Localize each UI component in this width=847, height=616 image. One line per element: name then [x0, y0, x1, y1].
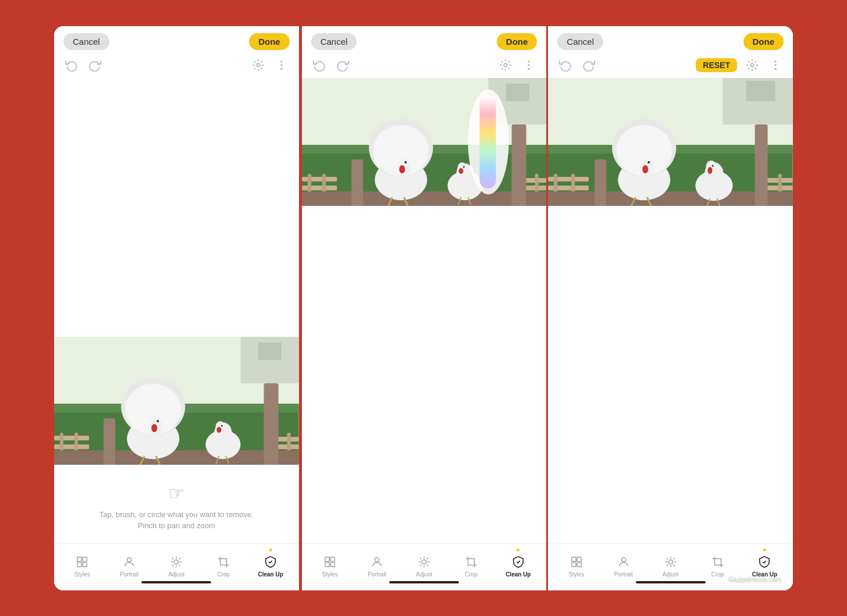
- bottom-toolbar-3: Styles Portrait Adjust: [548, 543, 793, 590]
- reset-button-3[interactable]: RESET: [696, 58, 737, 72]
- cancel-button-2[interactable]: Cancel: [311, 33, 357, 50]
- svg-rect-18: [264, 383, 279, 464]
- edit-icon-1[interactable]: [250, 57, 266, 73]
- styles-label-1: Styles: [74, 571, 90, 578]
- svg-line-48: [172, 564, 174, 566]
- tool-portrait-3[interactable]: Portrait: [609, 554, 638, 578]
- done-button-2[interactable]: Done: [497, 33, 538, 50]
- svg-point-129: [643, 165, 649, 173]
- svg-rect-103: [468, 558, 474, 565]
- svg-point-106: [775, 65, 776, 66]
- svg-rect-123: [595, 159, 606, 206]
- adjust-icon-2: [418, 554, 430, 569]
- svg-point-25: [151, 424, 157, 432]
- undo-button-3[interactable]: [557, 57, 574, 73]
- edit-icon-2[interactable]: [497, 57, 514, 73]
- phone-screen-1: Cancel Done: [54, 26, 300, 590]
- top-bar-2: Cancel Done: [302, 26, 547, 55]
- cleanup-icon-1: [264, 554, 277, 569]
- svg-rect-50: [220, 558, 227, 565]
- tool-styles-2[interactable]: Styles: [315, 554, 344, 578]
- cleanup-label-2: Clean Up: [506, 571, 531, 578]
- tool-crop-1[interactable]: Crop: [209, 554, 238, 578]
- crop-label-3: Crop: [711, 571, 724, 578]
- portrait-icon-3: [617, 554, 630, 569]
- tool-styles-1[interactable]: Styles: [67, 554, 97, 578]
- tool-adjust-3[interactable]: Adjust: [656, 554, 685, 578]
- tool-crop-2[interactable]: Crop: [457, 554, 486, 578]
- home-indicator-2: [389, 581, 459, 583]
- styles-icon-1: [76, 554, 88, 569]
- undo-button-1[interactable]: [63, 57, 80, 73]
- styles-label-2: Styles: [322, 571, 338, 578]
- svg-rect-19: [104, 418, 115, 465]
- more-button-3[interactable]: [767, 57, 784, 73]
- portrait-label-2: Portrait: [368, 571, 386, 578]
- tool-cleanup-2[interactable]: Clean Up: [504, 549, 533, 578]
- svg-line-102: [427, 557, 429, 559]
- svg-point-52: [528, 60, 529, 62]
- tool-adjust-1[interactable]: Adjust: [162, 554, 191, 578]
- adjust-icon-3: [664, 554, 677, 569]
- tool-cleanup-1[interactable]: Clean Up: [256, 549, 285, 578]
- redo-button-2[interactable]: [334, 57, 351, 73]
- svg-rect-6: [258, 342, 282, 359]
- svg-point-0: [257, 63, 260, 67]
- tool-cleanup-3[interactable]: Clean Up: [750, 549, 779, 578]
- crop-icon-3: [711, 554, 724, 569]
- svg-rect-36: [77, 557, 81, 561]
- svg-rect-89: [325, 557, 329, 561]
- adjust-icon-1: [170, 554, 183, 569]
- svg-point-107: [775, 68, 776, 69]
- cleanup-dot-2: [517, 549, 519, 551]
- svg-rect-88: [479, 95, 496, 188]
- svg-line-45: [179, 564, 181, 566]
- undo-button-2[interactable]: [311, 57, 328, 73]
- svg-point-53: [528, 65, 529, 66]
- svg-point-81: [458, 168, 463, 174]
- svg-rect-70: [351, 159, 363, 206]
- svg-rect-90: [330, 557, 334, 561]
- redo-button-3[interactable]: [581, 57, 597, 73]
- outer-container: Cancel Done: [0, 0, 847, 616]
- svg-rect-154: [714, 558, 721, 565]
- tool-portrait-1[interactable]: Portrait: [115, 554, 144, 578]
- tool-styles-3[interactable]: Styles: [562, 554, 591, 578]
- styles-icon-3: [570, 554, 583, 569]
- more-button-2[interactable]: [521, 57, 537, 73]
- svg-point-26: [156, 420, 159, 422]
- tool-crop-3[interactable]: Crop: [703, 554, 732, 578]
- tool-portrait-2[interactable]: Portrait: [362, 554, 392, 578]
- portrait-icon-1: [123, 554, 136, 569]
- bottom-toolbar-1: Styles Portrait Adjust: [54, 543, 299, 590]
- svg-rect-9: [54, 436, 89, 440]
- svg-rect-57: [506, 83, 529, 101]
- hint-area-1: ☞ Tap, brush, or circle what you want to…: [54, 465, 299, 543]
- edit-icon-3[interactable]: [744, 57, 760, 73]
- svg-point-76: [399, 165, 405, 173]
- cancel-button-1[interactable]: Cancel: [63, 33, 109, 50]
- top-bar-1: Cancel Done: [54, 26, 299, 55]
- svg-rect-91: [325, 562, 329, 566]
- done-button-1[interactable]: Done: [249, 33, 290, 50]
- done-button-3[interactable]: Done: [743, 33, 784, 50]
- svg-point-54: [528, 68, 529, 69]
- redo-button-1[interactable]: [87, 57, 103, 73]
- svg-rect-140: [572, 557, 576, 561]
- tool-adjust-2[interactable]: Adjust: [410, 554, 439, 578]
- more-button-1[interactable]: [273, 57, 290, 73]
- cleanup-icon-2: [512, 554, 525, 569]
- phone-screen-3: Cancel Done RESET: [548, 26, 793, 590]
- adjust-label-1: Adjust: [168, 571, 184, 578]
- styles-label-3: Styles: [568, 571, 584, 578]
- svg-point-1: [281, 60, 282, 62]
- bottom-toolbar-2: Styles Portrait Adjust: [302, 543, 547, 590]
- svg-rect-68: [302, 191, 547, 206]
- adjust-label-3: Adjust: [663, 571, 679, 578]
- home-indicator-3: [636, 581, 706, 583]
- svg-point-2: [281, 65, 282, 66]
- cleanup-icon-3: [758, 554, 771, 569]
- svg-point-30: [216, 427, 221, 433]
- turkey-image-3: [548, 78, 793, 206]
- cancel-button-3[interactable]: Cancel: [557, 33, 603, 50]
